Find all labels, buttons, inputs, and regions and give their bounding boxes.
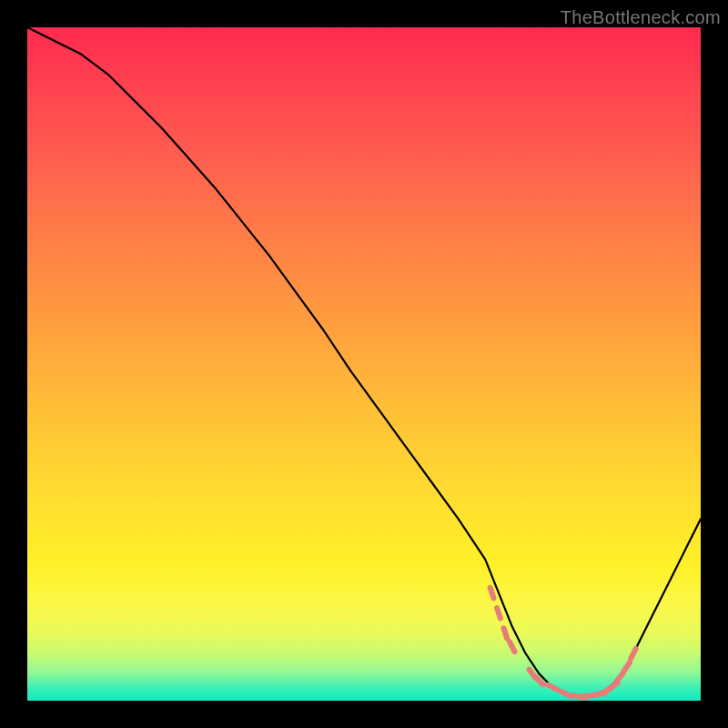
svg-line-6 [548, 685, 558, 690]
svg-line-15 [631, 649, 635, 659]
curve-svg [27, 27, 701, 701]
svg-line-0 [490, 588, 494, 598]
svg-line-3 [510, 642, 514, 652]
svg-line-13 [617, 672, 623, 682]
svg-line-1 [497, 608, 500, 618]
watermark-text: TheBottleneck.com [561, 7, 721, 28]
svg-line-14 [623, 662, 630, 672]
bottleneck-curve [27, 27, 701, 697]
svg-line-7 [561, 692, 571, 696]
svg-line-2 [504, 628, 508, 638]
chart-container: TheBottleneck.com [0, 0, 728, 728]
svg-line-9 [581, 695, 592, 696]
plot-area [27, 27, 701, 701]
optimal-band-markers [490, 588, 636, 698]
